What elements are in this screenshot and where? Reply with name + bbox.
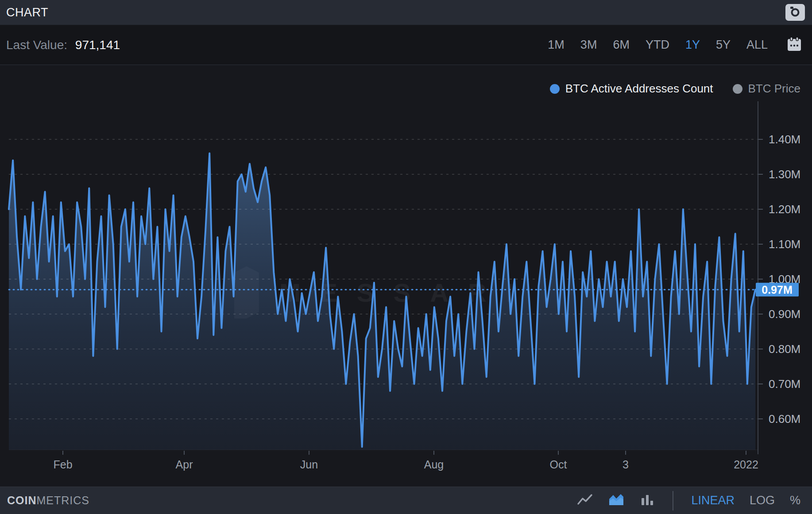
x-axis-label: Jun: [300, 458, 318, 471]
chart-app-window: CHART Last Value: 971,141 1M 3M 6M YTD 1…: [0, 0, 812, 514]
scale-linear-button[interactable]: LINEAR: [691, 494, 735, 507]
date-picker-button[interactable]: [786, 36, 802, 54]
brand-coin: COIN: [7, 494, 37, 506]
legend-item-active-addresses[interactable]: BTC Active Addresses Count: [550, 82, 713, 96]
range-button-ytd[interactable]: YTD: [646, 38, 669, 52]
chart-footer: COINMETRICS: [0, 487, 812, 514]
legend-dot-blue-icon: [550, 84, 560, 94]
y-axis-label: 1.10M: [769, 238, 800, 251]
range-button-3m[interactable]: 3M: [580, 38, 597, 52]
price-chart-canvas[interactable]: 1.40M1.30M1.20M1.10M1.00M0.90M0.80M0.70M…: [0, 65, 812, 487]
y-axis-label: 1.40M: [769, 133, 800, 146]
x-axis-label: Oct: [550, 458, 567, 471]
chart-toolbar: Last Value: 971,141 1M 3M 6M YTD 1Y 5Y A…: [0, 25, 812, 65]
window-titlebar: CHART: [0, 0, 812, 25]
series-area-fill: [9, 153, 755, 450]
range-button-5y[interactable]: 5Y: [716, 38, 731, 52]
line-chart-icon: [577, 493, 593, 508]
range-selector: 1M 3M 6M YTD 1Y 5Y ALL: [548, 36, 802, 54]
line-chart-type-button[interactable]: [577, 493, 593, 508]
y-axis-label: 0.60M: [769, 412, 800, 426]
chart-type-and-scale-controls: LINEAR LOG %: [577, 491, 800, 510]
scale-percent-button[interactable]: %: [790, 494, 800, 507]
range-button-1m[interactable]: 1M: [548, 38, 565, 52]
bar-chart-icon: [640, 493, 655, 508]
coinmetrics-attribution: COINMETRICS: [7, 494, 89, 507]
last-value-label: Last Value:: [6, 38, 67, 52]
y-axis-label: 1.20M: [769, 203, 800, 216]
legend-dot-gray-icon: [733, 84, 742, 94]
x-axis-label: 3: [623, 458, 629, 471]
y-axis-label: 0.90M: [769, 307, 800, 321]
camera-icon: [789, 7, 802, 18]
footer-divider: [673, 491, 673, 510]
bar-chart-type-button[interactable]: [640, 493, 655, 508]
chart-legend: BTC Active Addresses Count BTC Price: [550, 82, 800, 96]
y-axis-label: 1.30M: [769, 168, 800, 181]
current-value-badge-label: 0.97M: [762, 284, 792, 296]
y-axis-label: 0.80M: [769, 342, 800, 356]
x-axis-label: Feb: [53, 458, 72, 471]
page-title: CHART: [6, 6, 48, 19]
legend-label-active-addresses: BTC Active Addresses Count: [565, 82, 713, 96]
area-chart-icon: [608, 493, 625, 508]
screenshot-button[interactable]: [785, 4, 805, 21]
legend-label-btc-price: BTC Price: [748, 82, 800, 96]
x-axis-label: 2022: [734, 458, 758, 471]
legend-item-btc-price[interactable]: BTC Price: [733, 82, 800, 96]
range-button-1y[interactable]: 1Y: [685, 38, 700, 52]
range-button-6m[interactable]: 6M: [613, 38, 630, 52]
x-axis-label: Apr: [176, 458, 193, 471]
brand-metrics: METRICS: [37, 494, 90, 506]
scale-log-button[interactable]: LOG: [750, 494, 775, 507]
last-value-readout: Last Value: 971,141: [6, 38, 120, 52]
calendar-icon: [786, 36, 802, 54]
y-axis-label: 0.70M: [769, 377, 800, 391]
area-chart-type-button[interactable]: [608, 493, 625, 508]
chart-area[interactable]: MESSARI 1.40M1.30M1.20M1.10M1.00M0.90M0.…: [0, 65, 812, 487]
last-value: 971,141: [75, 38, 120, 52]
x-axis-label: Aug: [424, 458, 444, 471]
range-button-all[interactable]: ALL: [746, 38, 768, 52]
